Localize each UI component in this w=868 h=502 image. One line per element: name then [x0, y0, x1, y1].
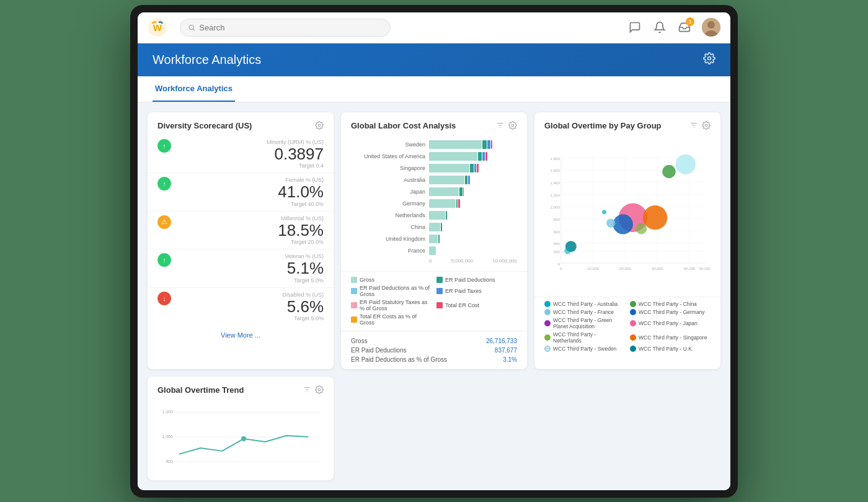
data-val-gross: 26,716,733: [486, 338, 517, 344]
search-bar[interactable]: [180, 19, 391, 37]
metric-female: ↑ Female % (US) 41.0% Target 40.0%: [148, 173, 334, 211]
data-key-er-deductions: ER Paid Deductions: [351, 347, 407, 354]
labor-cost-data-table: Gross 26,716,733 ER Paid Deductions 837,…: [341, 331, 527, 369]
inbox-badge: 1: [686, 17, 694, 26]
bar-row-china: China: [351, 223, 517, 231]
overtime-trend-card: Global Overtime Trend 1,100: [148, 377, 334, 480]
bubble-australia: [564, 247, 571, 254]
inbox-icon[interactable]: 1: [677, 20, 692, 35]
bar-label-usa: United States of America: [351, 153, 425, 159]
legend-er-deductions-pct-label: ER Paid Deductions as % of Gross: [360, 285, 432, 297]
bubble-legend-netherlands-label: WCC Third Party - Netherlands: [553, 331, 625, 344]
bubble-sweden: [676, 154, 696, 174]
trend-filter-icon[interactable]: [303, 385, 311, 394]
main-content: Diversity Scorecard (US) ↑ Minority (URM…: [138, 102, 730, 490]
svg-text:30,000: 30,000: [652, 266, 664, 270]
legend-er-taxes-label: ER Paid Taxes: [445, 288, 482, 294]
bar-label-china: China: [351, 224, 425, 230]
bar-label-sweden: Sweden: [351, 141, 425, 148]
top-nav: w: [138, 12, 730, 43]
page-settings-icon[interactable]: [703, 52, 715, 68]
view-more-link[interactable]: View More ...: [148, 325, 334, 345]
svg-point-7: [708, 56, 711, 60]
bar-row-germany: Germany: [351, 199, 517, 208]
workday-logo-icon: w: [148, 17, 167, 37]
page-header: Workforce Analytics: [138, 43, 730, 76]
diversity-scorecard-card: Diversity Scorecard (US) ↑ Minority (URM…: [148, 112, 334, 369]
svg-point-2: [189, 25, 193, 29]
bar-label-france: France: [351, 248, 425, 254]
metric-veteran-target: Target 5.0%: [294, 277, 324, 284]
metric-minority-value: 0.3897: [274, 145, 324, 163]
bar-label-uk: United Kingdom: [351, 236, 425, 242]
svg-text:50,000: 50,000: [699, 266, 711, 270]
bar-row-usa: United States of America: [351, 152, 517, 161]
nav-icons: 1: [627, 18, 720, 37]
svg-text:1,100: 1,100: [162, 410, 173, 414]
overtime-filter-icon[interactable]: [689, 121, 698, 130]
svg-point-16: [705, 124, 707, 127]
legend-total-er-pct-label: Total ER Costs as % of Gross: [360, 313, 432, 326]
bubble-legend-netherlands: WCC Third Party - Netherlands: [544, 331, 625, 344]
bar-row-singapore: Singapore: [351, 164, 517, 173]
search-input[interactable]: [199, 23, 383, 32]
bubble-china: [662, 164, 675, 177]
data-row-er-pct: ER Paid Deductions as % of Gross 3.1%: [351, 355, 517, 364]
user-avatar[interactable]: [702, 18, 720, 37]
svg-text:1,000: 1,000: [162, 434, 173, 439]
bubble-legend-uk-label: WCC Third Party - U.K.: [639, 346, 693, 352]
trend-dot: [241, 436, 246, 441]
metric-minority: ↑ Minority (URM) % (US) 0.3897 Target 0.…: [148, 135, 334, 173]
overtime-pay-header: Global Overtime by Pay Group: [534, 112, 720, 135]
metric-disabled: ↓ Disabled % (US) 5.6% Target 5.0%: [148, 287, 334, 326]
data-val-er-deductions: 837,677: [495, 347, 517, 354]
bar-label-australia: Australia: [351, 177, 425, 183]
bubble-legend-australia: WCC Third Party - Australia: [544, 301, 625, 307]
overtime-pay-group-card: Global Overtime by Pay Group: [534, 112, 720, 369]
legend-er-paid-deductions: ER Paid Deductions: [436, 277, 517, 283]
bar-label-netherlands: Netherlands: [351, 212, 425, 218]
legend-total-er-cost-label: Total ER Cost: [445, 302, 479, 308]
bar-row-netherlands: Netherlands: [351, 211, 517, 220]
data-key-gross: Gross: [351, 338, 368, 344]
logo-area: w: [148, 17, 172, 37]
svg-text:0: 0: [560, 266, 562, 270]
metric-millennial-value: 18.5%: [278, 222, 324, 240]
svg-text:0: 0: [558, 261, 560, 266]
labor-cost-legend: Gross ER Paid Deductions ER Paid Deducti…: [341, 271, 527, 331]
svg-text:1,800: 1,800: [550, 156, 560, 160]
notifications-icon[interactable]: [652, 20, 667, 35]
overtime-settings-icon[interactable]: [702, 121, 711, 130]
labor-cost-settings-icon[interactable]: [508, 121, 517, 130]
bar-axis: 05,000,00010,000,000: [351, 258, 517, 264]
bubble-legend-australia-label: WCC Third Party - Australia: [553, 301, 618, 307]
metric-veteran: ↑ Veteran % (US) 5.1% Target 5.0%: [148, 249, 334, 287]
labor-cost-card: Global Labor Cost Analysis: [341, 112, 527, 369]
svg-text:10,000: 10,000: [587, 266, 600, 270]
svg-text:900: 900: [166, 459, 173, 463]
bubble-singapore: [643, 205, 667, 230]
bubble-france: [606, 218, 615, 227]
bubble-legend-japan-label: WCC Third Party - Japan: [639, 320, 698, 326]
messages-icon[interactable]: [627, 20, 642, 35]
scorecard-title: Diversity Scorecard (US): [157, 121, 252, 130]
scorecard-settings-icon[interactable]: [315, 121, 324, 130]
bubble-legend-japan: WCC Third Party - Japan: [630, 317, 711, 329]
bubble-germany: [613, 214, 633, 234]
svg-text:400: 400: [554, 241, 560, 246]
tab-workforce-analytics[interactable]: Workforce Analytics: [153, 76, 235, 102]
metric-millennial-target: Target 20.0%: [291, 239, 324, 245]
svg-text:40,000: 40,000: [683, 266, 696, 270]
bubble-legend: WCC Third Party - Australia WCC Third Pa…: [534, 297, 720, 356]
labor-cost-filter-icon[interactable]: [496, 121, 505, 130]
bar-label-japan: Japan: [351, 189, 425, 195]
bubble-legend-china-label: WCC Third Party - China: [639, 301, 697, 307]
legend-er-paid-taxes: ER Paid Taxes: [436, 285, 517, 297]
bubble-green-planet: [602, 210, 606, 214]
svg-point-12: [512, 124, 514, 127]
device-screen: w: [138, 12, 730, 490]
legend-total-er-pct: Total ER Costs as % of Gross: [351, 313, 432, 326]
bubble-legend-sweden-label: WCC Third Party - Sweden: [553, 346, 616, 352]
trend-settings-icon[interactable]: [315, 385, 324, 394]
overtime-trend-icons: [303, 385, 324, 394]
